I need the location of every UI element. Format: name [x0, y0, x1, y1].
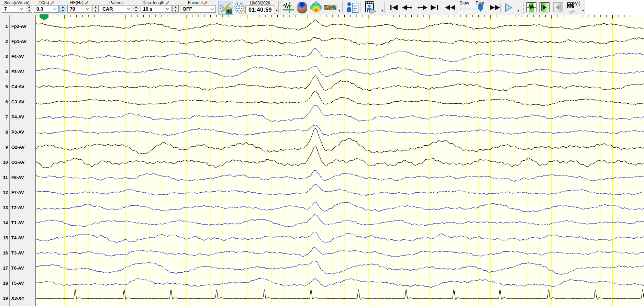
toolbar-grip-handle[interactable] [386, 2, 387, 13]
channel-number: 5 [0, 84, 8, 90]
play-button[interactable] [504, 3, 513, 12]
channel-row[interactable]: 5C4-AV [0, 84, 35, 90]
event-marker[interactable] [40, 14, 48, 20]
pencil-icon[interactable] [204, 1, 208, 5]
maps-dropdown-arrow[interactable]: ▼ [338, 9, 341, 12]
hf-dropdown[interactable]: 70 [67, 5, 91, 13]
pattern-dropdown[interactable]: CAR [100, 5, 132, 13]
fast-forward-button[interactable] [488, 4, 501, 11]
pattern-step-up[interactable] [133, 5, 139, 9]
toolbar-grip-handle[interactable] [523, 2, 524, 13]
channel-number: 19 [0, 295, 8, 302]
toolbar: Sens(uV/mm) 7 TC(s) 0.3 HF(Hz) [0, 0, 644, 15]
channel-number: 10 [0, 159, 8, 166]
skip-start-button[interactable] [389, 4, 399, 11]
topography-map-icon [311, 2, 321, 13]
rewind-button[interactable] [444, 4, 457, 11]
hf-stepper[interactable] [92, 5, 99, 13]
channel-name: T2-AV [11, 205, 24, 211]
clip-dropdown-arrow[interactable]: ▼ [581, 9, 585, 12]
channel-row[interactable]: 8P3-AV [0, 129, 35, 135]
tc-stepper[interactable] [59, 5, 66, 13]
sens-stepper[interactable] [26, 5, 32, 13]
sens-dropdown[interactable]: 7 [2, 5, 25, 13]
channel-name: O2-AV [11, 144, 25, 150]
video-dropdown-arrow[interactable]: ▼ [381, 9, 384, 12]
pattern-step-down[interactable] [133, 9, 139, 13]
trend-graph-button[interactable] [282, 1, 294, 14]
step-back-button[interactable] [401, 4, 414, 11]
channel-row[interactable]: 2Fp1-AV [0, 38, 35, 45]
sens-step-up[interactable] [26, 5, 32, 9]
favorite-dropdown[interactable]: OFF [180, 5, 216, 13]
hf-value: 70 [68, 6, 86, 12]
channel-name: T3-AV [11, 250, 24, 256]
channel-row[interactable]: 6C3-AV [0, 99, 35, 105]
eeg-trace-area[interactable] [36, 15, 644, 306]
divider [360, 3, 361, 12]
divider [442, 3, 442, 12]
hf-step-down[interactable] [92, 9, 99, 13]
channel-row[interactable]: 3F4-AV [0, 54, 35, 60]
skip-end-button[interactable] [430, 4, 439, 11]
channel-row[interactable]: 14T1-AV [0, 220, 35, 226]
notch-filter-button[interactable]: 50 [218, 1, 233, 15]
electrode-montage-button[interactable]: ⚙ [233, 1, 245, 14]
tc-value: 0.3 [34, 6, 53, 12]
channel-row[interactable]: 9O2-AV [0, 144, 35, 150]
channel-name: X3-X4 [11, 295, 24, 302]
head-3d-map-button[interactable] [296, 1, 308, 14]
sens-value: 7 [2, 6, 20, 12]
display-length-step-down[interactable] [172, 9, 179, 13]
patient-info-button[interactable] [346, 1, 359, 14]
channel-number: 7 [0, 114, 8, 120]
rewind-icon [444, 4, 457, 11]
pencil-icon[interactable] [85, 1, 89, 5]
time-dropdown-arrow[interactable]: ▼ [275, 9, 278, 12]
display-length-stepper[interactable] [172, 5, 179, 13]
display-length-step-up[interactable] [172, 5, 179, 9]
channel-row[interactable]: 15T4-AV [0, 235, 35, 241]
pencil-icon[interactable] [50, 1, 54, 5]
video-clip-button[interactable]: ✂ [566, 1, 581, 14]
channel-row[interactable]: 7P4-AV [0, 114, 35, 120]
divider [500, 3, 501, 12]
channel-row[interactable]: 1Fp2-AV [0, 23, 35, 30]
channel-row[interactable]: 4F3-AV [0, 69, 35, 75]
chevron-down-icon [166, 8, 169, 10]
electrode-montage-icon: ⚙ [234, 1, 245, 14]
play-dropdown-arrow[interactable]: ▼ [517, 9, 520, 12]
favorite-value: OFF [180, 6, 210, 12]
video-review-button[interactable] [363, 1, 377, 14]
page-back-button-disabled [553, 2, 563, 12]
toolbar-grip-handle[interactable] [344, 2, 345, 13]
skip-start-icon [389, 4, 399, 11]
channel-name: C3-AV [11, 99, 24, 105]
topography-map-button[interactable] [310, 1, 322, 14]
hf-label: HF(Hz) [67, 0, 92, 5]
pencil-icon[interactable] [165, 1, 169, 5]
page-wave-button[interactable] [526, 2, 536, 12]
channel-row[interactable]: 18T5-AV [0, 280, 35, 286]
tc-dropdown[interactable]: 0.3 [34, 5, 59, 13]
sens-step-down[interactable] [26, 9, 32, 13]
tc-step-down[interactable] [59, 9, 66, 13]
toolbar-grip-handle[interactable] [280, 2, 281, 13]
channel-row[interactable]: 16T3-AV [0, 250, 35, 256]
channel-row[interactable]: 13T2-AV [0, 205, 35, 211]
notch-filter-icon: 50 [219, 2, 233, 14]
channel-row[interactable]: 12F7-AV [0, 190, 35, 196]
step-forward-button[interactable] [416, 4, 428, 11]
channel-row[interactable]: 10O1-AV [0, 159, 35, 166]
pattern-stepper[interactable] [133, 5, 139, 13]
tc-step-up[interactable] [59, 5, 66, 9]
channel-row[interactable]: 19X3-X4 [0, 295, 35, 302]
current-time[interactable]: 01:40:59 [245, 5, 275, 14]
dsa-spectrogram-button[interactable] [324, 4, 337, 11]
page-forward-button[interactable] [540, 2, 549, 12]
hf-step-up[interactable] [92, 5, 99, 9]
display-length-dropdown[interactable]: 10 s [141, 5, 171, 13]
chevron-down-icon [20, 8, 23, 10]
channel-row[interactable]: 17T6-AV [0, 265, 35, 271]
channel-row[interactable]: 11F8-AV [0, 174, 35, 181]
